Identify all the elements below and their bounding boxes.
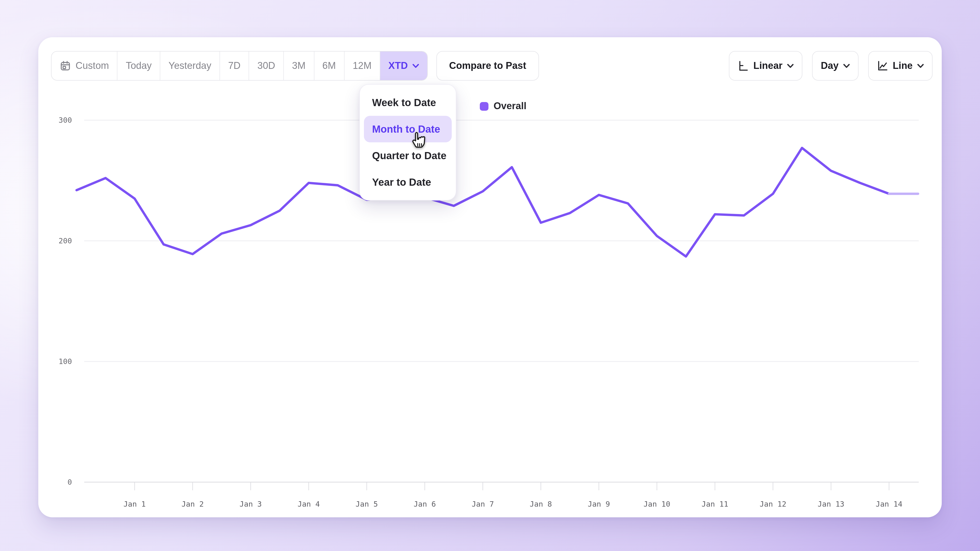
toolbar-spacer (539, 51, 729, 81)
chart-legend[interactable]: Overall (480, 100, 527, 112)
chart-type-select-label: Line (893, 60, 913, 71)
x-axis-label-Jan-12: Jan 12 (759, 500, 786, 508)
chevron-down-icon (412, 64, 419, 68)
chevron-down-icon (917, 64, 924, 68)
date-range-label: 7D (228, 60, 241, 71)
x-axis-label-Jan-7: Jan 7 (472, 500, 494, 508)
page-background: 3002001000Jan 1Jan 2Jan 3Jan 4Jan 5Jan 6… (0, 0, 980, 551)
menu-item-year-to-date[interactable]: Year to Date (360, 169, 456, 195)
date-range-group: CustomTodayYesterday7D30D3M6M12MXTD (51, 51, 428, 81)
date-range-button-xtd[interactable]: XTD (380, 52, 427, 80)
x-axis-label-Jan-14: Jan 14 (876, 500, 902, 508)
x-axis-label-Jan-6: Jan 6 (414, 500, 436, 508)
x-axis-label-Jan-9: Jan 9 (588, 500, 610, 508)
x-axis-label-Jan-8: Jan 8 (530, 500, 552, 508)
date-range-button-6m[interactable]: 6M (313, 52, 344, 80)
date-range-dropdown: Week to DateMonth to DateQuarter to Date… (360, 84, 456, 200)
date-range-button-3m[interactable]: 3M (283, 52, 313, 80)
scale-select[interactable]: Linear (729, 51, 802, 81)
y-axis-label-300: 300 (59, 116, 72, 124)
date-range-button-today[interactable]: Today (117, 52, 160, 80)
legend-label: Overall (493, 100, 527, 112)
date-range-label: XTD (388, 60, 408, 71)
chart-type-select[interactable]: Line (868, 51, 932, 81)
compare-to-past-button[interactable]: Compare to Past (436, 51, 539, 81)
chart-card: 3002001000Jan 1Jan 2Jan 3Jan 4Jan 5Jan 6… (38, 37, 942, 517)
x-axis-label-Jan-2: Jan 2 (181, 500, 204, 508)
date-range-label: Today (126, 60, 151, 71)
menu-item-month-to-date[interactable]: Month to Date (364, 116, 452, 142)
x-axis-label-Jan-11: Jan 11 (702, 500, 729, 508)
interval-select-label: Day (821, 60, 838, 71)
date-range-button-30d[interactable]: 30D (249, 52, 283, 80)
y-axis-label-100: 100 (59, 357, 72, 366)
legend-swatch (480, 102, 488, 110)
screen: 3002001000Jan 1Jan 2Jan 3Jan 4Jan 5Jan 6… (0, 0, 980, 551)
series-line-overall (76, 148, 889, 257)
x-axis-label-Jan-5: Jan 5 (355, 500, 378, 508)
x-axis-label-Jan-3: Jan 3 (240, 500, 262, 508)
date-range-button-7d[interactable]: 7D (220, 52, 249, 80)
y-axis-label-0: 0 (68, 478, 72, 486)
x-axis-label-Jan-10: Jan 10 (644, 500, 670, 508)
mouse-cursor-pointer (409, 130, 428, 151)
date-range-button-12m[interactable]: 12M (344, 52, 380, 80)
line-chart-icon (877, 60, 888, 71)
calendar-icon (60, 60, 71, 71)
date-range-label: 30D (258, 60, 275, 71)
menu-item-quarter-to-date[interactable]: Quarter to Date (360, 142, 456, 169)
date-range-label: 6M (322, 60, 336, 71)
date-range-label: Custom (76, 60, 109, 71)
chevron-down-icon (843, 64, 850, 68)
x-axis-label-Jan-4: Jan 4 (298, 500, 320, 508)
x-axis-label-Jan-13: Jan 13 (818, 500, 845, 508)
date-range-button-custom[interactable]: Custom (52, 52, 117, 80)
y-axis-label-200: 200 (59, 237, 72, 245)
menu-item-week-to-date[interactable]: Week to Date (360, 89, 456, 116)
compare-to-past-label: Compare to Past (449, 60, 526, 71)
date-range-label: Yesterday (169, 60, 211, 71)
x-axis-label-Jan-1: Jan 1 (124, 500, 146, 508)
scale-select-label: Linear (753, 60, 783, 71)
linear-scale-icon (738, 60, 749, 71)
toolbar: CustomTodayYesterday7D30D3M6M12MXTD Comp… (51, 51, 932, 81)
date-range-button-yesterday[interactable]: Yesterday (160, 52, 220, 80)
interval-select[interactable]: Day (812, 51, 859, 81)
date-range-label: 3M (292, 60, 305, 71)
date-range-label: 12M (353, 60, 372, 71)
chevron-down-icon (787, 64, 794, 68)
